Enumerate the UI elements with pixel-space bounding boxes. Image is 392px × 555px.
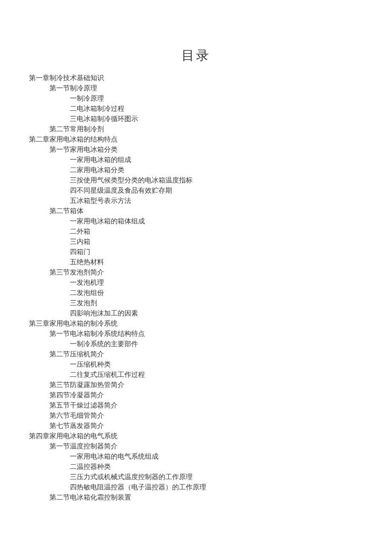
- toc-item: 一发泡机理: [29, 278, 363, 288]
- toc-item: 一家用电冰箱的组成: [29, 155, 363, 165]
- toc-item: 三压力式或机械式温度控制器的工作原理: [29, 472, 363, 482]
- toc-item: 四影响泡沫加工的因素: [29, 308, 363, 318]
- toc-item: 二温控器种类: [29, 462, 363, 472]
- toc-item: 五冰箱型号表示方法: [29, 196, 363, 206]
- toc-chapter: 第四章家用电冰箱的电气系统: [29, 431, 363, 441]
- document-page: 目录 第一章制冷技术基础知识第一节制冷原理一制冷原理二电冰箱制冷过程三电冰箱制冷…: [0, 0, 392, 503]
- toc-section: 第七节蒸发器简介: [29, 421, 363, 431]
- toc-section: 第二节常用制冷剂: [29, 124, 363, 134]
- toc-item: 二往复式压缩机工作过程: [29, 370, 363, 380]
- toc-section: 第二节压缩机简介: [29, 349, 363, 359]
- toc-item: 一压缩机种类: [29, 359, 363, 370]
- toc-section: 第六节毛细管简介: [29, 410, 363, 421]
- toc-item: 一制冷系统的主要部件: [29, 339, 363, 349]
- toc-section: 第二节电冰箱化霜控制装置: [29, 492, 363, 503]
- toc-item: 四不同星级温度及食品有效贮存期: [29, 185, 363, 196]
- toc-section: 第四节冷凝器简介: [29, 390, 363, 400]
- toc-section: 第一节家用电冰箱分类: [29, 145, 363, 155]
- toc-section: 第三节发泡剂简介: [29, 267, 363, 278]
- toc-section: 第一节温度控制器简介: [29, 441, 363, 451]
- toc-item: 三电冰箱制冷循环图示: [29, 114, 363, 124]
- toc-chapter: 第一章制冷技术基础知识: [29, 73, 363, 83]
- toc-item: 二外箱: [29, 226, 363, 237]
- toc-section: 第一节电冰箱制冷系统结构特点: [29, 329, 363, 339]
- toc-chapter: 第二章家用电冰箱的结构特点: [29, 134, 363, 145]
- toc-item: 二发泡组份: [29, 288, 363, 298]
- toc-item: 二家用电冰箱分类: [29, 165, 363, 175]
- page-title: 目录: [29, 47, 363, 64]
- toc-section: 第三节防凝露加热管简介: [29, 380, 363, 390]
- toc-section: 第二节箱体: [29, 206, 363, 216]
- toc-item: 三按使用气候类型分类的电冰箱温度指标: [29, 175, 363, 185]
- toc-item: 三内箱: [29, 237, 363, 247]
- toc-item: 一制冷原理: [29, 93, 363, 104]
- toc-item: 一家用电冰箱的电气系统组成: [29, 451, 363, 462]
- table-of-contents: 第一章制冷技术基础知识第一节制冷原理一制冷原理二电冰箱制冷过程三电冰箱制冷循环图…: [29, 73, 363, 503]
- toc-section: 第五节干燥过滤器简介: [29, 400, 363, 410]
- toc-item: 四箱门: [29, 247, 363, 257]
- toc-item: 二电冰箱制冷过程: [29, 104, 363, 114]
- toc-item: 一家用电冰箱的箱体组成: [29, 216, 363, 226]
- toc-section: 第一节制冷原理: [29, 83, 363, 93]
- toc-item: 五绝热材料: [29, 257, 363, 267]
- toc-item: 四热敏电阻温控器（电子温控器）的工作原理: [29, 482, 363, 492]
- toc-item: 三发泡剂: [29, 298, 363, 308]
- toc-chapter: 第三章家用电冰箱的制冷系统: [29, 318, 363, 329]
